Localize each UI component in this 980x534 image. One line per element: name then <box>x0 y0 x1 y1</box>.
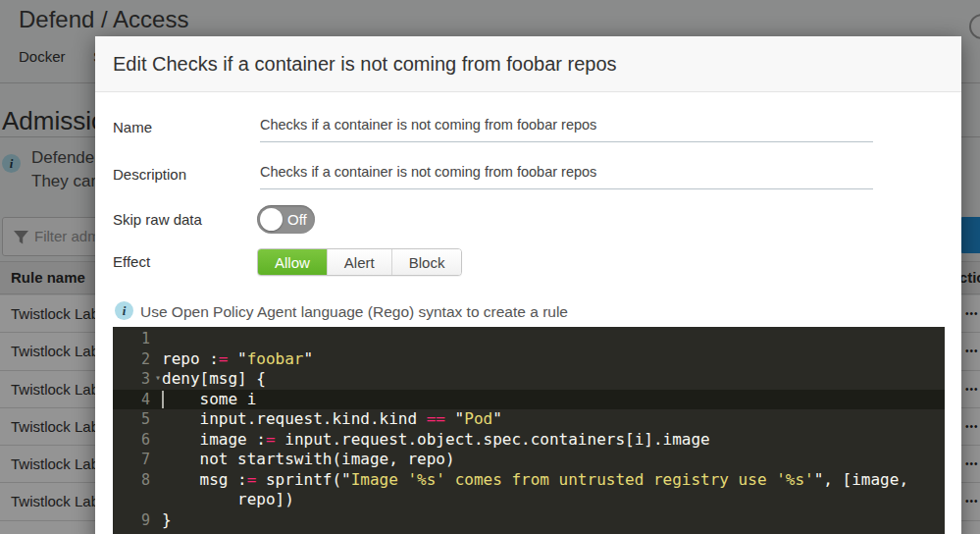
code-text: msg := sprintf("Image '%s' comes from un… <box>162 470 908 491</box>
code-line[interactable]: 5 input.request.kind.kind == "Pod" <box>113 409 945 430</box>
line-number: 5 <box>113 409 162 430</box>
effect-option-allow[interactable]: Allow <box>258 249 328 275</box>
name-label: Name <box>113 119 152 135</box>
code-line[interactable]: 9} <box>113 510 945 531</box>
code-line[interactable]: 7 not startswith(image, repo) <box>113 450 945 470</box>
code-text: repo]) <box>162 490 294 510</box>
code-line[interactable]: 6 image := input.request.object.spec.con… <box>113 430 945 451</box>
toggle-knob-icon <box>260 208 283 231</box>
modal-title: Edit Checks if a container is not coming… <box>113 36 617 92</box>
rego-info-text: Use Open Policy Agent language (Rego) sy… <box>140 303 568 321</box>
code-line[interactable]: 8 msg := sprintf("Image '%s' comes from … <box>113 470 945 491</box>
line-number: 8 <box>113 470 162 491</box>
line-number: 6 <box>113 430 162 451</box>
line-number: 1 <box>113 329 162 349</box>
skip-raw-data-label: Skip raw data <box>113 211 202 228</box>
line-number: 7 <box>113 450 162 470</box>
code-text: image := input.request.object.spec.conta… <box>162 430 710 451</box>
code-text: some i <box>162 390 256 410</box>
line-number: 3▾ <box>113 369 162 390</box>
line-number: 9 <box>113 510 162 531</box>
code-lines: 12repo := "foobar"3▾deny[msg] {4 some i5… <box>113 329 945 530</box>
effect-option-alert[interactable]: Alert <box>328 249 392 275</box>
code-line[interactable]: 2repo := "foobar" <box>113 349 945 370</box>
description-label: Description <box>113 166 186 183</box>
effect-segmented-control: Allow Alert Block <box>257 248 462 276</box>
code-line[interactable]: 3▾deny[msg] { <box>113 369 945 390</box>
toggle-state-label: Off <box>287 205 307 234</box>
name-input[interactable]: Checks if a container is not coming from… <box>260 117 873 142</box>
code-line[interactable]: 4 some i <box>113 390 945 410</box>
text-cursor <box>162 391 164 408</box>
line-number: 2 <box>113 349 162 370</box>
code-text: input.request.kind.kind == "Pod" <box>162 409 502 430</box>
code-line[interactable]: repo]) <box>113 490 945 510</box>
code-text: repo := "foobar" <box>162 349 313 370</box>
line-number: 4 <box>113 390 162 410</box>
code-text: deny[msg] { <box>162 369 266 390</box>
code-text: } <box>162 510 172 531</box>
description-input[interactable]: Checks if a container is not coming from… <box>260 164 873 189</box>
screen: Defend / Access Docker S Admission i Def… <box>0 0 980 534</box>
rego-info-icon: i <box>115 301 133 320</box>
modal-header: Edit Checks if a container is not coming… <box>95 36 961 92</box>
code-line[interactable]: 1 <box>113 329 945 349</box>
effect-label: Effect <box>113 253 150 270</box>
code-fold-icon[interactable]: ▾ <box>155 368 161 389</box>
line-number <box>113 490 162 510</box>
skip-raw-data-toggle[interactable]: Off <box>257 205 315 234</box>
rego-code-editor[interactable]: 12repo := "foobar"3▾deny[msg] {4 some i5… <box>113 327 945 534</box>
edit-check-modal: Edit Checks if a container is not coming… <box>95 36 961 534</box>
code-text: not startswith(image, repo) <box>162 450 455 470</box>
effect-option-block[interactable]: Block <box>392 249 462 275</box>
